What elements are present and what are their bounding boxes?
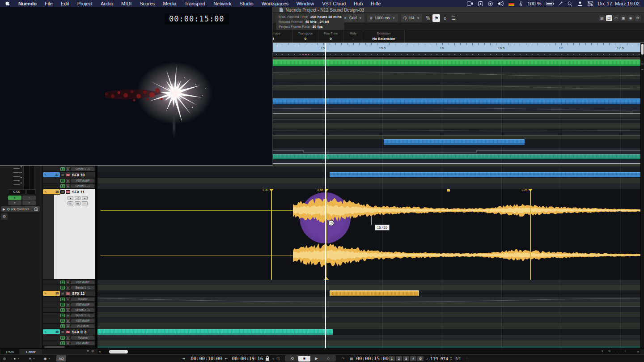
track-row[interactable]: MSSFX C 3∿40: [42, 329, 95, 335]
locator-mode-icon[interactable]: ◫: [276, 355, 280, 362]
automation-row[interactable]: RWVSTMulti: [42, 324, 95, 329]
automation-row[interactable]: RWSends 1 - L: [42, 313, 95, 318]
automation-row[interactable]: RWSends 1 - L: [42, 166, 95, 172]
grid-value-dropdown[interactable]: # 1000 ms▼: [367, 14, 398, 22]
monitor-button[interactable]: ◁: [75, 196, 80, 200]
event-info-fine-tune[interactable]: Fine-Tune0: [318, 30, 343, 43]
menu-item-window[interactable]: Window: [292, 1, 318, 6]
vertical-scrollbar[interactable]: [640, 43, 644, 348]
meter-peak-value[interactable]: [26, 189, 36, 194]
edit-channel-button[interactable]: e: [82, 196, 88, 200]
iterative-quantize-icon[interactable]: %: [424, 14, 432, 22]
time-format-icon[interactable]: ▦: [348, 355, 355, 362]
automation-name[interactable]: VSTMultiP: [71, 179, 94, 183]
horizontal-scrollbar[interactable]: ◂ ▸: [97, 349, 640, 354]
automation-name[interactable]: VSTMultiP: [71, 319, 94, 323]
automation-row[interactable]: RWVSTMultiP: [42, 318, 95, 324]
setup-gear-icon[interactable]: ⚙: [635, 15, 641, 21]
menu-item-edit[interactable]: Edit: [57, 1, 73, 6]
tracklist-gear-icon[interactable]: ⚙: [91, 349, 94, 353]
monitor-button[interactable]: ●: [8, 196, 21, 200]
tracklist-preset-arrow-icon[interactable]: ▼: [86, 349, 89, 353]
event-info-mute[interactable]: Mute-: [343, 30, 363, 43]
track-row[interactable]: MSSFX 10∿37: [42, 172, 95, 178]
event-info-transpose[interactable]: Transpose0: [293, 30, 318, 43]
midi-input-dropdown[interactable]: ◉▼: [41, 355, 53, 362]
automation-name[interactable]: VSTMulti: [71, 324, 94, 328]
lock-icon[interactable]: [265, 355, 270, 362]
audio-input-dropdown[interactable]: ∗▼: [26, 355, 38, 362]
marker-button-4[interactable]: 4: [410, 356, 416, 361]
left-locator-time[interactable]: 00:00:10:00: [191, 355, 222, 362]
tempo-spinner[interactable]: ▲▼: [450, 355, 452, 362]
automation-name[interactable]: Volume: [71, 336, 94, 340]
inspector-left-button[interactable]: ♦: [8, 200, 21, 205]
time-signature[interactable]: 4/4: [453, 355, 463, 362]
automation-name[interactable]: Sends 1 - L: [71, 184, 94, 188]
playhead[interactable]: [325, 43, 326, 348]
search-icon[interactable]: [568, 1, 572, 6]
user-switch-icon[interactable]: [577, 1, 583, 6]
automation-name[interactable]: Sends 2 - L: [71, 308, 94, 312]
edit-channel-icon[interactable]: e: [441, 14, 449, 22]
automation-row[interactable]: RWVSTMultiP: [42, 341, 95, 346]
play-button[interactable]: ▶: [310, 356, 322, 362]
automation-row[interactable]: RWSends 1 - L: [42, 285, 95, 290]
inspector-gear-button[interactable]: ⚙: [1, 213, 8, 220]
read-button[interactable]: R: [68, 201, 73, 205]
menu-item-workspaces[interactable]: Workspaces: [258, 1, 292, 6]
menu-item-midi[interactable]: MIDI: [117, 1, 136, 6]
more-button[interactable]: ⋯: [82, 201, 88, 205]
track-color-chip[interactable]: ∿37: [43, 172, 60, 177]
box-icon[interactable]: [478, 1, 483, 6]
track-row[interactable]: MSSFX 12∿39: [42, 290, 95, 297]
menu-item-media[interactable]: Media: [159, 1, 181, 6]
punch-out-icon[interactable]: ⇤: [224, 355, 229, 362]
track-color-chip[interactable]: ∿39: [43, 291, 60, 296]
vertical-scroll-handle[interactable]: [641, 44, 644, 55]
automation-name[interactable]: Volume: [71, 298, 94, 301]
scroll-left-icon[interactable]: ◂: [99, 350, 101, 353]
automation-row[interactable]: RWVolume: [42, 335, 95, 341]
event-info-extension[interactable]: ExtensionNo Extension: [363, 30, 405, 43]
video-player-window[interactable]: 00:00:15:00: [0, 7, 273, 166]
automation-name[interactable]: VSTMultiP: [71, 281, 94, 284]
automation-row[interactable]: RWSends 2 - L: [42, 307, 95, 313]
audition-quantize-button[interactable]: AQ: [56, 355, 66, 362]
automation-row[interactable]: RWVSTMultiP: [42, 280, 95, 285]
track-color-chip[interactable]: ∿38: [43, 189, 60, 194]
zone-inspector-icon[interactable]: ◫: [606, 15, 612, 21]
menu-item-project[interactable]: Project: [73, 1, 97, 6]
setup-list-icon[interactable]: ☰: [449, 14, 457, 22]
primary-time-display[interactable]: 00:00:15:00: [356, 355, 389, 362]
punch-in-icon[interactable]: ⇥: [181, 355, 186, 362]
zone-right-icon[interactable]: ▣: [620, 15, 627, 21]
horizontal-scroll-handle[interactable]: [109, 350, 128, 353]
tab-track[interactable]: Track: [1, 349, 19, 354]
zoom-out-icon[interactable]: −: [616, 349, 618, 353]
marker-button-3[interactable]: 3: [403, 356, 409, 361]
write-button[interactable]: W: [75, 201, 80, 205]
automation-name[interactable]: VSTMultiP: [71, 341, 94, 345]
apple-menu-icon[interactable]: [5, 0, 10, 7]
automation-name[interactable]: Sends 1 - L: [71, 167, 94, 171]
record-enable-button[interactable]: ●: [68, 196, 73, 200]
menu-item-transport[interactable]: Transport: [181, 1, 210, 6]
auto-punch-icon[interactable]: ▿: [271, 355, 275, 362]
menu-item-file[interactable]: File: [41, 1, 57, 6]
quick-controls-header[interactable]: ▶ Quick Controls ◷: [1, 206, 40, 212]
automation-row[interactable]: RWVolume: [42, 297, 95, 302]
tab-editor[interactable]: Editor: [20, 349, 42, 354]
automation-row[interactable]: RWVSTMultiP: [42, 178, 95, 183]
track-row[interactable]: MSSFX 11●◁eRW⋯∿38: [42, 189, 95, 280]
keyboard-language-flag-icon[interactable]: [508, 2, 514, 6]
metronome-icon[interactable]: ♪: [424, 355, 430, 362]
info-chip[interactable]: Project Frame Rate30 fps: [276, 24, 344, 29]
menu-item-hub[interactable]: Hub: [350, 1, 367, 6]
record-enable-button[interactable]: ▪: [22, 196, 36, 200]
flag-icon[interactable]: ⚑: [432, 14, 440, 22]
wand-icon[interactable]: [558, 1, 563, 6]
quantize-dropdown[interactable]: Q 1/4▼: [401, 14, 422, 22]
automation-name[interactable]: VSTMultiP: [71, 303, 94, 307]
automation-row[interactable]: RWVSTMultiP: [42, 302, 95, 307]
